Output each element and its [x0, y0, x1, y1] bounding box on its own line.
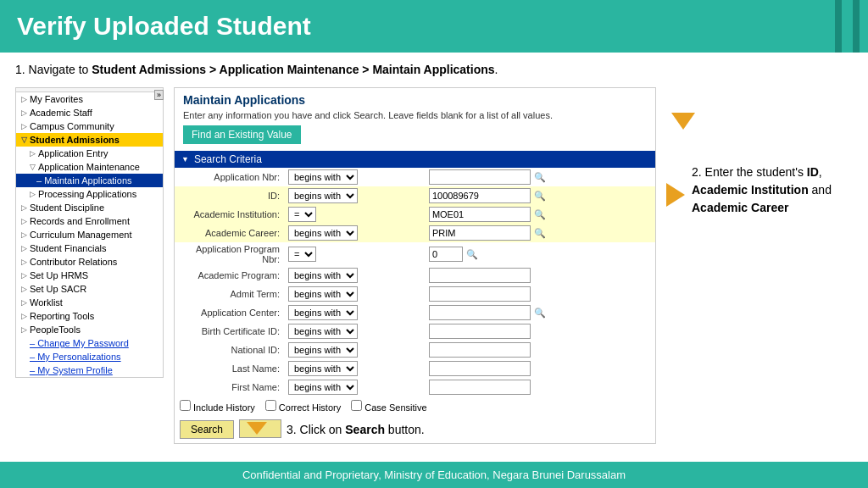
career-search-icon[interactable]: 🔍 [533, 227, 547, 241]
id-input[interactable] [429, 188, 531, 203]
nav-item-worklist[interactable]: ▷Worklist [16, 296, 163, 309]
case-sensitive-checkbox[interactable] [351, 400, 362, 411]
include-history-label[interactable]: Include History [180, 400, 255, 413]
table-row: First Name: begins with [175, 378, 655, 396]
search-button[interactable]: Search [180, 420, 234, 439]
prog-nbr-value-cell: 🔍 [426, 242, 655, 266]
id-operator[interactable]: begins with [288, 188, 358, 203]
nav-item-app-entry[interactable]: ▷Application Entry [16, 147, 163, 160]
table-row: Application Center: begins with 🔍 [175, 303, 655, 322]
id-search-icon[interactable]: 🔍 [533, 190, 547, 203]
app-nbr-input[interactable] [429, 169, 531, 185]
institution-operator-cell: = [285, 205, 426, 224]
institution-input[interactable] [429, 207, 531, 222]
career-input[interactable] [429, 225, 531, 241]
last-name-operator[interactable]: begins with [288, 361, 358, 376]
prog-nbr-operator-cell: = [285, 242, 426, 266]
table-row: Academic Program: begins with [175, 266, 655, 285]
nav-item-processing[interactable]: ▷Processing Applications [16, 187, 163, 201]
institution-operator[interactable]: = [288, 207, 316, 222]
correct-history-label[interactable]: Correct History [265, 400, 341, 413]
header-decoration [835, 0, 868, 53]
birth-cert-value-cell [426, 322, 655, 341]
nav-item-favorites[interactable]: ▷My Favorites [16, 92, 163, 106]
national-id-input[interactable] [429, 342, 531, 358]
collapse-icon: ▼ [181, 155, 189, 164]
national-id-value-cell [426, 341, 655, 359]
nav-item-discipline[interactable]: ▷Student Discipline [16, 201, 163, 214]
left-navigation: » ▷My Favorites ▷Academic Staff ▷Campus … [15, 87, 164, 378]
birth-cert-label: Birth Certificate ID: [175, 322, 285, 341]
nav-item-contributor[interactable]: ▷Contributor Relations [16, 255, 163, 269]
nav-item-setup-sacr[interactable]: ▷Set Up SACR [16, 282, 163, 296]
prog-nbr-operator[interactable]: = [288, 247, 316, 262]
case-sensitive-label[interactable]: Case Sensitive [351, 400, 426, 413]
institution-label: Academic Institution: [175, 205, 285, 224]
id-value-cell: 🔍 [426, 186, 655, 205]
nav-item-student-admissions[interactable]: ▽Student Admissions [16, 133, 163, 147]
nav-item-financials[interactable]: ▷Student Financials [16, 241, 163, 255]
correct-history-checkbox[interactable] [265, 400, 276, 411]
nav-collapse-bar: » [16, 88, 163, 92]
birth-cert-input[interactable] [429, 324, 531, 339]
nav-item-app-maintenance[interactable]: ▽Application Maintenance [16, 160, 163, 174]
career-operator[interactable]: begins with [288, 225, 358, 241]
field-operator-cell: begins with [285, 168, 426, 186]
nav-item-records[interactable]: ▷Records and Enrollment [16, 214, 163, 228]
find-existing-value-tab[interactable]: Find an Existing Value [183, 125, 301, 144]
app-center-operator[interactable]: begins with [288, 305, 358, 320]
nav-item-academic-staff[interactable]: ▷Academic Staff [16, 106, 163, 119]
nav-item-reporting[interactable]: ▷Reporting Tools [16, 309, 163, 323]
program-label: Academic Program: [175, 266, 285, 285]
search-form-table: Application Nbr: begins with 🔍 ID: [175, 168, 655, 396]
nav-item-curriculum[interactable]: ▷Curriculum Management [16, 228, 163, 241]
career-value-cell: 🔍 [426, 224, 655, 242]
app-center-search-icon[interactable]: 🔍 [533, 307, 547, 320]
nav-item-maintain-applications[interactable]: – Maintain Applications [16, 174, 163, 187]
include-history-checkbox[interactable] [180, 400, 191, 411]
national-id-operator[interactable]: begins with [288, 342, 358, 358]
nav-item-change-password[interactable]: – Change My Password [16, 336, 163, 350]
table-row: Application Nbr: begins with 🔍 [175, 168, 655, 186]
prog-nbr-input[interactable] [429, 247, 463, 262]
nav-item-peopletools[interactable]: ▷PeopleTools [16, 323, 163, 336]
form-buttons-row: Search 3. Click on Search button. [175, 416, 655, 443]
screenshot-container: » ▷My Favorites ▷Academic Staff ▷Campus … [15, 87, 853, 444]
step1-instruction: 1. Navigate to Student Admissions > Appl… [15, 61, 853, 79]
admit-term-operator[interactable]: begins with [288, 286, 358, 302]
page-title: Verify Uploaded Student [17, 12, 311, 41]
footer-text: Confidential and Proprietary, Ministry o… [242, 469, 626, 481]
prog-nbr-label: Application Program Nbr: [175, 242, 285, 266]
table-row: Birth Certificate ID: begins with [175, 322, 655, 341]
program-input[interactable] [429, 268, 531, 283]
table-row: Admit Term: begins with [175, 285, 655, 303]
birth-cert-operator[interactable]: begins with [288, 324, 358, 339]
nav-collapse-button[interactable]: » [154, 90, 164, 100]
institution-search-icon[interactable]: 🔍 [533, 208, 547, 222]
main-form-area: Maintain Applications Enter any informat… [174, 87, 656, 444]
admit-term-operator-cell: begins with [285, 285, 426, 303]
nav-item-campus[interactable]: ▷Campus Community [16, 119, 163, 133]
prog-nbr-search-icon[interactable]: 🔍 [465, 248, 479, 262]
last-name-value-cell [426, 359, 655, 378]
last-name-input[interactable] [429, 361, 531, 376]
first-name-value-cell [426, 378, 655, 396]
app-nbr-search-icon[interactable]: 🔍 [533, 171, 547, 185]
form-title: Maintain Applications [183, 93, 647, 107]
app-nbr-operator[interactable]: begins with [288, 169, 358, 185]
nav-item-personalizations[interactable]: – My Personalizations [16, 350, 163, 363]
career-label: Academic Career: [175, 224, 285, 242]
nav-item-setup-hrms[interactable]: ▷Set Up HRMS [16, 269, 163, 282]
admit-term-input[interactable] [429, 286, 531, 302]
program-operator[interactable]: begins with [288, 268, 358, 283]
checkboxes-row: Include History Correct History Case Sen… [175, 396, 655, 416]
last-name-operator-cell: begins with [285, 359, 426, 378]
nav-item-system-profile[interactable]: – My System Profile [16, 363, 163, 377]
last-name-label: Last Name: [175, 359, 285, 378]
id-operator-cell: begins with [285, 186, 426, 205]
first-name-operator[interactable]: begins with [288, 380, 358, 395]
career-operator-cell: begins with [285, 224, 426, 242]
first-name-input[interactable] [429, 380, 531, 395]
step3-text: 3. Click on Search button. [287, 421, 425, 439]
app-center-input[interactable] [429, 305, 531, 320]
